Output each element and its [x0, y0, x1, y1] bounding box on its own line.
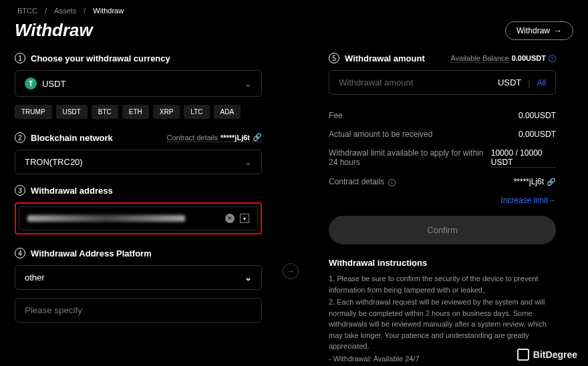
platform-value: other [25, 272, 45, 283]
link-icon[interactable]: 🔗 [547, 178, 556, 186]
usdt-icon: T [25, 77, 37, 89]
step-3-num: 3 [15, 185, 25, 196]
network-value: TRON(TRC20) [25, 157, 83, 167]
instructions-title: Withdrawal instructions [329, 258, 556, 268]
actual-label: Actual amount to be received [329, 130, 432, 139]
address-input[interactable] [27, 215, 185, 222]
arrow-next-icon: → [283, 263, 299, 279]
tag-ada[interactable]: ADA [214, 105, 241, 119]
actual-value: 0.00USDT [519, 130, 556, 139]
limit-value: 10000 / 10000 USDT [491, 148, 556, 168]
platform-specify-input[interactable] [15, 298, 262, 323]
bitdegree-watermark: BitDegree [517, 349, 577, 361]
confirm-button[interactable]: Confirm [329, 216, 556, 244]
currency-dropdown[interactable]: T USDT ⌄ [15, 70, 262, 97]
contract-value: *****jLj6t 🔗 [514, 177, 556, 186]
clear-icon[interactable]: ✕ [225, 214, 235, 223]
available-balance-label: Available Balance [450, 54, 508, 63]
contract-details-link[interactable]: Contract details *****jLj6t 🔗 [167, 133, 262, 142]
amount-unit: USDT [498, 77, 521, 87]
arrow-right-icon: → [554, 26, 562, 35]
tag-ltc[interactable]: LTC [184, 105, 209, 119]
crumb-current: Withdraw [93, 7, 124, 15]
amount-all-button[interactable]: All [537, 78, 546, 87]
info-icon[interactable]: i [388, 179, 396, 186]
withdraw-button[interactable]: Withdraw → [505, 21, 573, 40]
step-1-num: 1 [15, 53, 25, 63]
specify-field[interactable] [25, 305, 252, 315]
currency-tags: TRUMP USDT BTC ETH XRP LTC ADA [15, 105, 262, 119]
info-icon[interactable]: ? [549, 55, 556, 62]
chevron-down-icon: ⌄ [245, 79, 252, 89]
step-2-num: 2 [15, 132, 25, 143]
breadcrumb: BTCC / Assets / Withdraw [15, 7, 573, 15]
tag-trump[interactable]: TRUMP [15, 105, 52, 119]
step-2-label: Blockchain network [31, 133, 113, 143]
contract-label: Contract details i [329, 177, 396, 186]
tag-btc[interactable]: BTC [92, 105, 118, 119]
crumb-assets[interactable]: Assets [54, 7, 76, 15]
tag-eth[interactable]: ETH [122, 105, 149, 119]
address-book-icon[interactable]: ▾ [240, 214, 249, 223]
link-icon: 🔗 [253, 133, 262, 142]
tag-usdt[interactable]: USDT [56, 105, 88, 119]
step-1-label: Choose your withdrawal currency [31, 53, 170, 63]
fee-value: 0.00USDT [519, 111, 556, 120]
step-4-label: Withdrawal Address Platform [31, 248, 152, 258]
currency-value: USDT [42, 79, 65, 89]
page-title: Withdraw [15, 20, 93, 41]
step-4-num: 4 [15, 248, 25, 258]
amount-input-row: USDT | All [329, 70, 556, 95]
chevron-down-icon: ⌄ [245, 157, 252, 167]
platform-dropdown[interactable]: other ⌄ [15, 265, 262, 290]
tag-xrp[interactable]: XRP [153, 105, 180, 119]
step-3-label: Withdrawal address [31, 186, 113, 196]
network-dropdown[interactable]: TRON(TRC20) ⌄ [15, 150, 262, 174]
chevron-down-icon: ⌄ [245, 272, 252, 283]
amount-input[interactable] [339, 77, 498, 87]
fee-label: Fee [329, 111, 343, 120]
step-5-num: 5 [329, 53, 339, 63]
limit-label: Withdrawal limit available to apply for … [329, 148, 491, 168]
address-highlight-box: ✕ ▾ [15, 202, 262, 234]
increase-limit-link[interactable]: Increase limit→ [329, 196, 556, 205]
crumb-root[interactable]: BTCC [17, 7, 37, 15]
step-5-label: Withdrawal amount [345, 53, 425, 63]
available-balance-value: 0.00USDT [512, 54, 546, 62]
bitdegree-logo-icon [517, 349, 529, 361]
